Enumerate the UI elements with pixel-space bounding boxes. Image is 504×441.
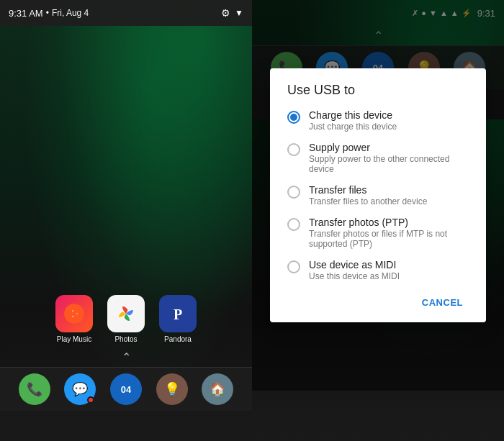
date-display: Fri, Aug 4 <box>52 8 89 18</box>
home-screen: Play Music Photos <box>0 109 252 411</box>
radio-option-charge[interactable]: Charge this device Just charge this devi… <box>287 109 469 132</box>
radio-label-midi: Use device as MIDI Use this device as MI… <box>309 259 469 281</box>
dialog-title: Use USB to <box>287 83 469 98</box>
usb-dialog: Use USB to Charge this device Just charg… <box>270 68 486 322</box>
pandora-icon-img: P <box>159 295 197 332</box>
messages-icon: 💬 <box>72 381 88 397</box>
photos-logo <box>115 303 137 324</box>
radio-transfer-photos[interactable] <box>287 218 300 231</box>
photos-label: Photos <box>114 335 137 343</box>
chevron-up-icon: ⌃ <box>122 350 131 364</box>
app-icon-play-music[interactable]: Play Music <box>55 295 93 343</box>
app-icons-row: Play Music Photos <box>0 288 252 347</box>
app-drawer-handle[interactable]: ⌃ <box>0 347 252 367</box>
play-music-label: Play Music <box>57 335 91 343</box>
time-display: 9:31 AM <box>9 8 43 19</box>
midi-label-desc: Use this device as MIDI <box>309 271 469 281</box>
dock-phone[interactable]: 📞 <box>19 373 50 405</box>
transfer-photos-label-desc: Transfer photos or files if MTP is not s… <box>309 229 469 249</box>
radio-label-charge: Charge this device Just charge this devi… <box>309 109 469 132</box>
dock-bulb[interactable]: 💡 <box>156 373 188 405</box>
messages-badge <box>87 396 94 404</box>
pandora-logo: P <box>167 303 189 324</box>
svg-point-1 <box>71 311 77 317</box>
radio-option-transfer-photos[interactable]: Transfer photos (PTP) Transfer photos or… <box>287 217 469 249</box>
transfer-photos-label-title: Transfer photos (PTP) <box>309 217 469 228</box>
charge-label-title: Charge this device <box>309 109 469 121</box>
radio-label-transfer-files: Transfer files Transfer files to another… <box>309 184 469 206</box>
dock-calendar[interactable]: 04 <box>110 373 142 405</box>
app-icon-photos[interactable]: Photos <box>107 295 145 343</box>
radio-option-midi[interactable]: Use device as MIDI Use this device as MI… <box>287 259 469 281</box>
dialog-overlay: Use USB to Charge this device Just charg… <box>252 0 504 391</box>
supply-label-desc: Supply power to the other connected devi… <box>309 154 469 174</box>
photos-icon-img <box>107 295 145 332</box>
dialog-actions: CANCEL <box>287 291 469 314</box>
play-music-logo <box>63 303 85 324</box>
dock-messages[interactable]: 💬 <box>64 373 96 405</box>
radio-option-supply[interactable]: Supply power Supply power to the other c… <box>287 142 469 174</box>
transfer-files-label-desc: Transfer files to another device <box>309 196 469 206</box>
supply-label-title: Supply power <box>309 142 469 153</box>
svg-text:P: P <box>174 306 182 322</box>
status-icons: ⚙ ▼ <box>221 7 243 19</box>
radio-supply[interactable] <box>287 143 300 156</box>
left-panel: 9:31 AM • Fri, Aug 4 ⚙ ▼ ▼ ✗ ⊖ ✈ ⏳ ⚡ <box>0 0 252 441</box>
home-icon: 🏠 <box>210 381 225 397</box>
phone-icon: 📞 <box>27 381 42 397</box>
dock-home[interactable]: 🏠 <box>202 373 233 405</box>
play-music-icon-img <box>55 295 93 332</box>
transfer-files-label-title: Transfer files <box>309 184 469 196</box>
radio-label-transfer-photos: Transfer photos (PTP) Transfer photos or… <box>309 217 469 249</box>
charge-label-desc: Just charge this device <box>309 122 469 132</box>
radio-option-transfer-files[interactable]: Transfer files Transfer files to another… <box>287 184 469 206</box>
expand-icon[interactable]: ▼ <box>235 8 243 18</box>
radio-charge[interactable] <box>287 111 300 124</box>
right-panel: ✗ ● ▼ ▲ ▲ ⚡ 9:31 Use USB to Charge this … <box>252 0 504 441</box>
calendar-icon: 04 <box>121 384 131 395</box>
radio-transfer-files[interactable] <box>287 186 300 199</box>
midi-label-title: Use device as MIDI <box>309 259 469 270</box>
settings-icon[interactable]: ⚙ <box>221 7 230 19</box>
radio-label-supply: Supply power Supply power to the other c… <box>309 142 469 174</box>
pandora-label: Pandora <box>164 335 192 343</box>
radio-midi[interactable] <box>287 260 300 273</box>
bulb-icon: 💡 <box>164 381 180 397</box>
dock-left: 📞 💬 04 💡 🏠 <box>0 367 252 411</box>
separator-dot: • <box>46 8 49 18</box>
app-icon-pandora[interactable]: P Pandora <box>159 295 197 343</box>
status-bar-left: 9:31 AM • Fri, Aug 4 ⚙ ▼ <box>0 0 252 26</box>
cancel-button[interactable]: CANCEL <box>416 291 469 314</box>
